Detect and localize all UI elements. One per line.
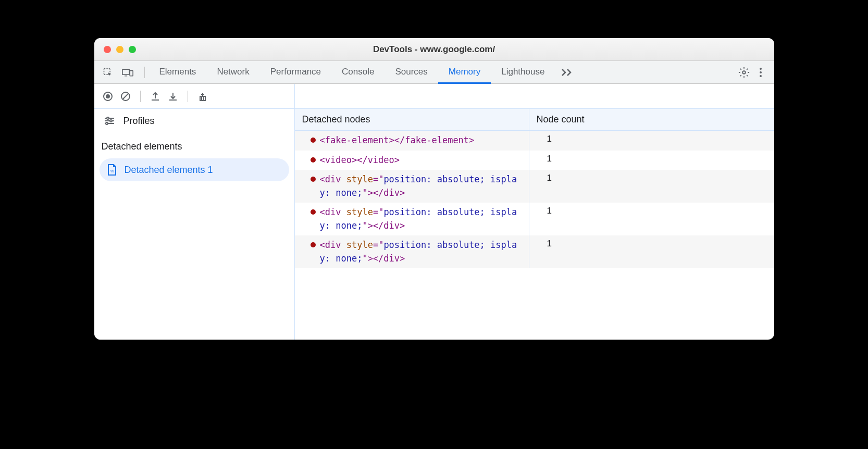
minimize-window-button[interactable] xyxy=(116,46,123,53)
tab-lighthouse[interactable]: Lighthouse xyxy=(491,61,555,84)
file-icon: % xyxy=(107,164,117,176)
node-status-dot-icon xyxy=(311,177,316,182)
svg-point-16 xyxy=(107,117,109,119)
node-count-cell: 1 xyxy=(529,131,774,147)
profiles-sidebar: Profiles Detached elements % Detached el… xyxy=(94,109,295,340)
tabbar-right xyxy=(737,65,770,80)
inspect-element-icon[interactable] xyxy=(101,65,115,80)
traffic-lights xyxy=(104,46,136,53)
tab-memory[interactable]: Memory xyxy=(438,61,491,84)
tabs: ElementsNetworkPerformanceConsoleSources… xyxy=(149,61,555,83)
memory-toolbar xyxy=(94,84,774,109)
profile-item-detached-1[interactable]: % Detached elements 1 xyxy=(100,158,289,181)
table-row[interactable]: <fake-element></fake-element>1 xyxy=(295,131,774,151)
detached-node-cell: <fake-element></fake-element> xyxy=(295,131,529,151)
collect-garbage-icon[interactable] xyxy=(195,89,210,104)
profiles-label: Profiles xyxy=(123,116,155,127)
clear-icon[interactable] xyxy=(118,89,133,104)
node-markup: <video></video> xyxy=(320,154,400,167)
column-header-count[interactable]: Node count xyxy=(529,109,774,130)
node-markup: <div style="position: absolute; isplay: … xyxy=(320,239,522,265)
tab-sources[interactable]: Sources xyxy=(385,61,438,84)
detached-node-cell: <video></video> xyxy=(295,151,529,170)
tabbar: ElementsNetworkPerformanceConsoleSources… xyxy=(94,61,774,84)
detached-node-cell: <div style="position: absolute; isplay: … xyxy=(295,235,529,268)
column-header-nodes[interactable]: Detached nodes xyxy=(295,109,529,130)
node-count-cell: 1 xyxy=(529,151,774,167)
profile-item-label: Detached elements 1 xyxy=(125,165,213,176)
device-toolbar-icon[interactable] xyxy=(120,65,135,80)
more-menu-icon[interactable] xyxy=(753,65,768,80)
svg-point-7 xyxy=(760,75,762,77)
node-markup: <div style="position: absolute; isplay: … xyxy=(320,206,522,232)
table-body: <fake-element></fake-element>1<video></v… xyxy=(295,131,774,340)
table-row[interactable]: <div style="position: absolute; isplay: … xyxy=(295,235,774,268)
table-row[interactable]: <div style="position: absolute; isplay: … xyxy=(295,170,774,203)
tab-console[interactable]: Console xyxy=(331,61,385,84)
svg-rect-12 xyxy=(200,96,205,101)
tab-elements[interactable]: Elements xyxy=(149,61,207,84)
detached-node-cell: <div style="position: absolute; isplay: … xyxy=(295,203,529,235)
svg-rect-1 xyxy=(122,69,129,74)
tab-performance[interactable]: Performance xyxy=(260,61,331,84)
download-icon[interactable] xyxy=(166,89,180,104)
svg-point-20 xyxy=(106,122,108,124)
table-row[interactable]: <div style="position: absolute; isplay: … xyxy=(295,203,774,235)
devtools-window: DevTools - www.google.com/ ElementsNetwo… xyxy=(94,38,774,340)
node-status-dot-icon xyxy=(311,138,316,143)
detached-node-cell: <div style="position: absolute; isplay: … xyxy=(295,170,529,203)
node-count-cell: 1 xyxy=(529,170,774,186)
memory-toolbar-left xyxy=(94,84,295,108)
table-row[interactable]: <video></video>1 xyxy=(295,151,774,170)
node-count-cell: 1 xyxy=(529,203,774,219)
svg-point-9 xyxy=(106,94,110,98)
separator xyxy=(140,91,141,102)
svg-point-4 xyxy=(742,71,746,74)
maximize-window-button[interactable] xyxy=(129,46,136,53)
settings-icon[interactable] xyxy=(737,65,751,80)
tabbar-left-icons xyxy=(98,65,140,80)
close-window-button[interactable] xyxy=(104,46,111,53)
node-status-dot-icon xyxy=(311,209,316,215)
node-count-cell: 1 xyxy=(529,235,774,252)
profiles-header[interactable]: Profiles xyxy=(94,109,294,133)
separator xyxy=(188,91,188,102)
svg-point-18 xyxy=(110,120,112,122)
main-content: Profiles Detached elements % Detached el… xyxy=(94,109,774,340)
node-status-dot-icon xyxy=(311,157,316,163)
svg-point-6 xyxy=(760,71,762,73)
node-status-dot-icon xyxy=(311,242,316,247)
svg-point-5 xyxy=(760,68,762,70)
svg-line-11 xyxy=(123,94,128,99)
record-icon[interactable] xyxy=(101,89,115,104)
detached-elements-section-label: Detached elements xyxy=(94,133,294,156)
detached-nodes-table: Detached nodes Node count <fake-element>… xyxy=(295,109,774,340)
node-markup: <fake-element></fake-element> xyxy=(320,134,475,147)
svg-text:%: % xyxy=(110,169,114,173)
svg-rect-3 xyxy=(130,70,133,76)
titlebar: DevTools - www.google.com/ xyxy=(94,38,774,61)
table-header: Detached nodes Node count xyxy=(295,109,774,131)
separator xyxy=(144,67,145,78)
sliders-icon xyxy=(104,115,115,127)
node-markup: <div style="position: absolute; isplay: … xyxy=(320,173,522,199)
tab-network[interactable]: Network xyxy=(206,61,259,84)
window-title: DevTools - www.google.com/ xyxy=(373,44,495,55)
more-tabs-button[interactable] xyxy=(555,68,579,77)
upload-icon[interactable] xyxy=(148,89,163,104)
